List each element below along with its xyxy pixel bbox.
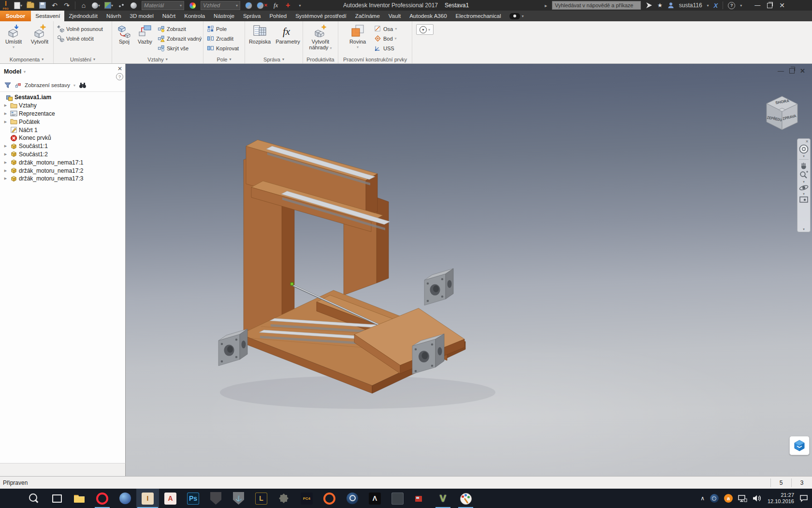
panel-footer-sprava[interactable]: Správa▾ <box>245 56 303 63</box>
steam-tray-icon[interactable] <box>710 494 719 503</box>
doc-close-button[interactable]: ✕ <box>800 67 805 75</box>
bom-button[interactable]: Rozpiska <box>246 22 274 45</box>
viewport[interactable]: — ✕ SHORA ZEPŘEDU ZPRAVA ✕ ▾ ▾ ▾ ▾ <box>126 63 812 476</box>
search-binoculars-icon[interactable] <box>79 81 87 89</box>
filter-icon[interactable] <box>4 81 12 89</box>
assembly-model[interactable] <box>126 63 812 476</box>
opera-icon[interactable] <box>91 489 114 508</box>
search-button[interactable] <box>23 489 45 508</box>
add-command-button[interactable]: + <box>284 1 292 10</box>
tree-item-drzak-motoru-nema17-2[interactable]: ▶držák_motoru_nema17:2 <box>0 166 125 175</box>
tab-nastroje[interactable]: Nástroje <box>209 11 239 21</box>
window-minimize-button[interactable]: — <box>754 2 760 9</box>
tab-soubor[interactable]: Soubor <box>0 11 31 21</box>
qat-customize-button[interactable]: ▾ <box>296 1 304 10</box>
world-of-tanks-icon[interactable] <box>204 489 227 508</box>
tree-item-nacrt-1[interactable]: Náčrt 1 <box>0 126 125 134</box>
render-button[interactable]: ▾ <box>92 1 100 10</box>
open-button[interactable] <box>27 1 34 10</box>
tab-electromechanical[interactable]: Electromechanical <box>451 11 506 21</box>
euro-truck-icon[interactable] <box>409 489 432 508</box>
tab-nacrt[interactable]: Náčrt <box>158 11 180 21</box>
place-component-button[interactable]: Umístit▾ <box>1 22 26 50</box>
panel-footer-komponenta[interactable]: Komponenta▾ <box>0 56 53 63</box>
battlefield-icon[interactable] <box>386 489 409 508</box>
clear-appearance-button[interactable]: ✕ <box>257 1 268 10</box>
tab-pohled[interactable]: Pohled <box>265 11 291 21</box>
tree-item-pocatek[interactable]: ▶Počátek <box>0 118 125 126</box>
screenshot-camera-icon[interactable] <box>509 13 520 19</box>
orbit-icon[interactable] <box>798 183 809 192</box>
far-cry-4-icon[interactable]: FC4 <box>295 489 318 508</box>
shaded-display-button[interactable] <box>130 1 137 10</box>
tab-autodesk-a360[interactable]: Autodesk A360 <box>405 11 451 21</box>
material-dropdown[interactable]: Materiál▾ <box>142 1 184 10</box>
orbit-menu-arrow[interactable]: ▾ <box>803 192 805 195</box>
browser-header[interactable]: Model <box>4 68 21 75</box>
tab-zaciname[interactable]: Začínáme <box>351 11 384 21</box>
adjust-appearance-button[interactable] <box>245 1 252 10</box>
origin-icon[interactable] <box>318 489 341 508</box>
panel-footer-pracovni[interactable]: Pracovní konstrukční prvky <box>338 56 412 63</box>
league-of-legends-icon[interactable]: L <box>250 489 273 508</box>
browser-help-icon[interactable]: ? <box>116 73 123 80</box>
tab-extra-arrow[interactable]: ▾ <box>522 14 524 18</box>
panel-footer-umisteni[interactable]: Umístění▾ <box>54 56 112 63</box>
taskbar-clock[interactable]: 21:27 12.10.2016 <box>768 492 794 505</box>
world-of-warships-icon[interactable]: ⚓ <box>227 489 250 508</box>
ucs-button[interactable]: USS <box>374 45 397 52</box>
tree-item-drzak-motoru-nema17-3[interactable]: ▶držák_motoru_nema17:3 <box>0 175 125 183</box>
tab-navrh[interactable]: Návrh <box>102 11 126 21</box>
mirror-button[interactable]: Zrcadlit <box>207 35 239 42</box>
wheel-menu-arrow[interactable]: ▾ <box>803 154 805 158</box>
tab-vault[interactable]: Vault <box>384 11 405 21</box>
tree-item-drzak-motoru-nema17-1[interactable]: ▶držák_motoru_nema17:1 <box>0 158 125 166</box>
tree-item-soucast1-1[interactable]: ▶Součást1:1 <box>0 142 125 150</box>
free-rotate-button[interactable]: Volně otočit <box>57 35 103 42</box>
window-restore-button[interactable] <box>767 3 772 8</box>
photoshop-icon[interactable]: Ps <box>182 489 204 508</box>
browser-view-mode[interactable]: Zobrazení sestavy <box>25 82 70 88</box>
create-component-button[interactable]: Vytvořit <box>27 22 52 45</box>
gta-v-icon[interactable]: V <box>432 489 454 508</box>
create-substitutes-button[interactable]: Vytvořit náhrady ▾ <box>305 22 336 51</box>
tree-item-vztahy[interactable]: ▶Vztahy <box>0 102 125 110</box>
help-search-input[interactable]: Vyhledávat v nápovědě a příkaze <box>552 1 641 10</box>
tree-expand-arrow[interactable]: ▶ <box>3 152 8 156</box>
copy-button[interactable]: Kopírovat <box>207 45 239 52</box>
work-plane-button[interactable]: Rovina▾ <box>345 22 370 50</box>
ribbon-appearance-button[interactable]: ▼▾ <box>416 24 434 35</box>
help-icon[interactable]: ? <box>728 2 735 9</box>
work-axis-button[interactable]: Osa▾ <box>374 25 397 32</box>
show-constraints-button[interactable]: Zobrazit <box>158 25 202 32</box>
tree-item-reprezentace[interactable]: ▶Reprezentace <box>0 110 125 118</box>
steam-icon[interactable] <box>341 489 363 508</box>
navbar-close-icon[interactable]: ✕ <box>805 140 809 144</box>
witcher-3-icon[interactable] <box>273 489 295 508</box>
tray-chevron-icon[interactable]: ∧ <box>700 495 705 502</box>
parameters-quick-button[interactable]: fx <box>272 1 280 10</box>
free-move-button[interactable]: Volně posunout <box>57 25 103 32</box>
navbar-menu-arrow[interactable]: ▾ <box>803 227 805 231</box>
look-at-icon[interactable] <box>799 195 809 204</box>
hide-all-constraints-button[interactable]: Skrýt vše <box>158 45 202 52</box>
save-button[interactable] <box>39 1 46 10</box>
work-point-button[interactable]: Bod▾ <box>374 35 397 42</box>
navigation-wheel-icon[interactable] <box>798 144 809 154</box>
infocenter-collapse-arrow[interactable]: ▸ <box>545 3 547 8</box>
action-center-icon[interactable] <box>799 494 808 502</box>
color-wheel-button[interactable] <box>188 1 196 10</box>
browser-close-icon[interactable]: ✕ <box>117 65 122 72</box>
volume-icon[interactable] <box>753 494 762 502</box>
tab-3d-model[interactable]: 3D model <box>126 11 158 21</box>
exchange-apps-icon[interactable]: X <box>714 2 718 9</box>
measure-button[interactable] <box>117 1 125 10</box>
constrain-button[interactable]: Vazby <box>134 22 156 45</box>
tree-expand-arrow[interactable]: ▶ <box>3 104 8 107</box>
tab-systemove-prostredi[interactable]: Systémové prostředí <box>291 11 350 21</box>
tree-expand-arrow[interactable]: ▶ <box>3 169 8 173</box>
show-sick-constraints-button[interactable]: Zobrazit vadný <box>158 35 202 42</box>
new-file-button[interactable]: ▾ <box>14 1 22 10</box>
paint-icon[interactable] <box>454 489 477 508</box>
inventor-icon[interactable]: I <box>136 489 159 508</box>
